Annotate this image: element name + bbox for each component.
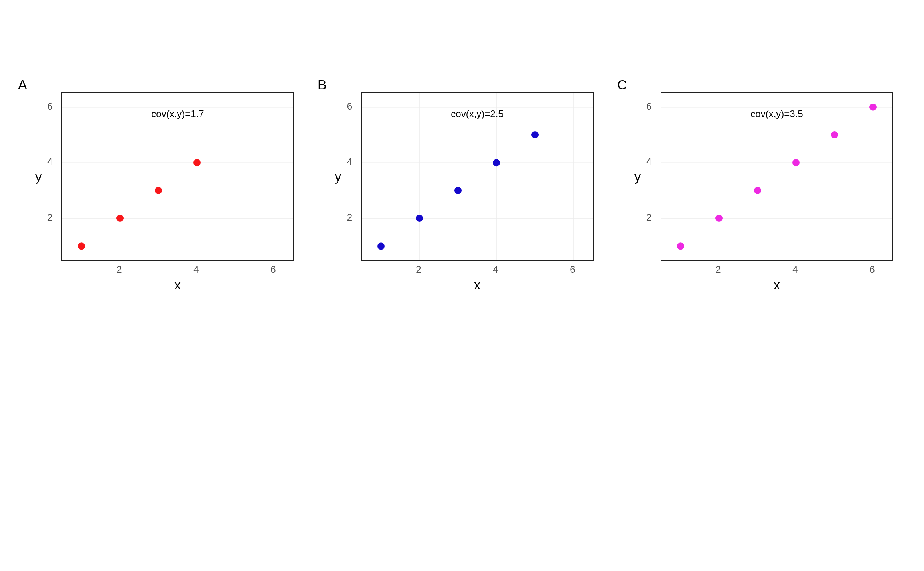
x-axis-title-a: x — [61, 278, 294, 293]
x-tick-label: 6 — [570, 264, 575, 275]
panel-b: B y 246 cov(x,y)=2.5 246 x — [318, 80, 606, 305]
data-point — [754, 187, 761, 194]
data-point — [792, 159, 800, 166]
plot-svg-a — [62, 93, 293, 260]
y-tick-label: 6 — [47, 101, 53, 112]
panel-c: C y 246 cov(x,y)=3.5 246 x — [617, 80, 906, 305]
y-ticks-c: 246 — [617, 92, 657, 261]
data-point — [377, 242, 385, 250]
plot-area-a: cov(x,y)=1.7 — [61, 92, 294, 261]
data-point — [416, 215, 423, 222]
y-tick-label: 2 — [347, 212, 352, 223]
x-tick-label: 2 — [416, 264, 421, 275]
y-tick-label: 6 — [646, 101, 652, 112]
panel-label-b: B — [318, 77, 327, 93]
y-tick-label: 4 — [347, 156, 352, 167]
y-tick-label: 2 — [47, 212, 53, 223]
x-tick-label: 6 — [869, 264, 875, 275]
y-tick-label: 4 — [646, 156, 652, 167]
y-tick-label: 4 — [47, 156, 53, 167]
figure-row: A y 246 cov(x,y)=1.7 246 x B y 246 cov(x… — [18, 80, 906, 305]
x-axis-title-b: x — [361, 278, 594, 293]
x-tick-label: 2 — [715, 264, 721, 275]
panel-a: A y 246 cov(x,y)=1.7 246 x — [18, 80, 307, 305]
y-ticks-b: 246 — [318, 92, 358, 261]
x-tick-label: 2 — [116, 264, 122, 275]
data-point — [869, 104, 877, 111]
x-ticks-c: 246 — [661, 262, 893, 276]
x-ticks-b: 246 — [361, 262, 594, 276]
plot-svg-c — [661, 93, 892, 260]
x-tick-label: 4 — [792, 264, 798, 275]
data-point — [677, 242, 684, 250]
panel-label-a: A — [18, 77, 27, 93]
x-ticks-a: 246 — [61, 262, 294, 276]
y-ticks-a: 246 — [18, 92, 58, 261]
panel-label-c: C — [617, 77, 627, 93]
data-point — [78, 242, 85, 250]
x-tick-label: 6 — [270, 264, 276, 275]
data-point — [831, 131, 838, 138]
data-point — [715, 215, 723, 222]
data-point — [493, 159, 500, 166]
plot-svg-b — [362, 93, 593, 260]
y-tick-label: 2 — [646, 212, 652, 223]
data-point — [193, 159, 201, 166]
y-tick-label: 6 — [347, 101, 352, 112]
x-axis-title-c: x — [661, 278, 893, 293]
plot-area-b: cov(x,y)=2.5 — [361, 92, 594, 261]
data-point — [155, 187, 162, 194]
plot-area-c: cov(x,y)=3.5 — [661, 92, 893, 261]
data-point — [531, 131, 539, 138]
data-point — [116, 215, 124, 222]
x-tick-label: 4 — [193, 264, 199, 275]
x-tick-label: 4 — [493, 264, 498, 275]
data-point — [454, 187, 462, 194]
